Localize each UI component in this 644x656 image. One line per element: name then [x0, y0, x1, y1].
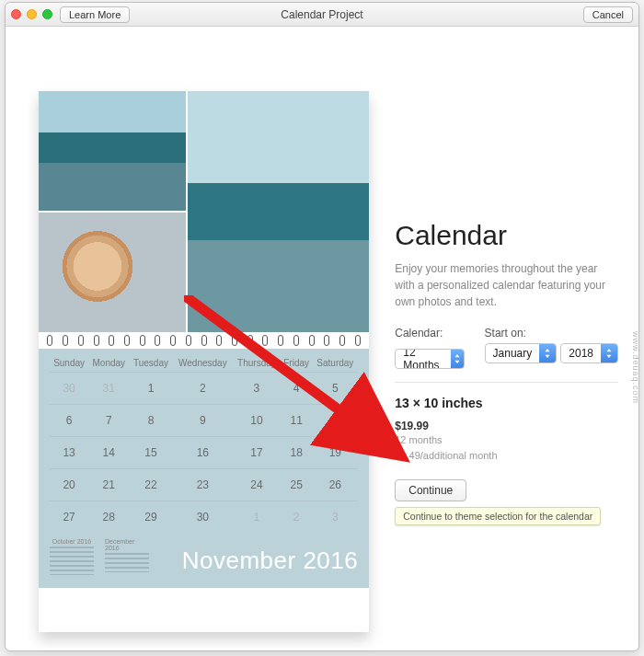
photo-slot-2 [39, 213, 186, 332]
day-cell: 23 [173, 469, 233, 501]
titlebar: Learn More Calendar Project Cancel [6, 3, 638, 27]
day-cell: 18 [281, 437, 313, 469]
window-title: Calendar Project [281, 8, 362, 21]
photo-slot-3 [188, 91, 369, 332]
calendar-preview: Sunday Monday Tuesday Wednesday Thursday… [39, 91, 369, 632]
day-cell: 4 [281, 373, 313, 405]
calendar-duration-value: 12 Months [396, 349, 450, 369]
day-cell: 12 [312, 405, 358, 437]
day-cell: 1 [129, 373, 172, 405]
day-cell: 27 [50, 501, 88, 534]
day-cell: 9 [173, 405, 233, 437]
calendar-duration-label: Calendar: [395, 327, 464, 340]
watermark: www.deuaq.com [631, 331, 640, 404]
stepper-icon [451, 350, 464, 368]
day-cell: 1 [233, 501, 281, 534]
weekday-header: Thursday [233, 354, 281, 373]
day-cell: 7 [88, 405, 129, 437]
price-detail-additional: $1.49/additional month [395, 448, 618, 464]
day-cell: 17 [233, 437, 281, 469]
day-cell: 14 [88, 437, 129, 469]
dimensions-label: 13 × 10 inches [395, 396, 618, 410]
weekday-header: Friday [281, 354, 313, 373]
start-month-value: January [486, 347, 540, 360]
day-cell: 30 [50, 373, 88, 405]
calendar-project-window: Learn More Calendar Project Cancel Sunda… [5, 2, 639, 651]
day-cell: 10 [233, 405, 281, 437]
start-year-value: 2018 [561, 347, 601, 360]
photo-slot-1 [39, 91, 186, 211]
day-cell: 3 [233, 373, 281, 405]
separator [395, 382, 618, 383]
product-description: Enjoy your memories throughout the year … [395, 260, 618, 310]
cancel-button[interactable]: Cancel [583, 6, 633, 23]
calendar-duration-option: Calendar: 12 Months [395, 327, 464, 369]
day-cell: 2 [281, 501, 313, 534]
day-cell: 15 [129, 437, 172, 469]
start-on-option: Start on: January 2018 [485, 327, 618, 369]
day-cell: 24 [233, 469, 281, 501]
calendar-options-panel: Calendar Enjoy your memories throughout … [395, 91, 618, 632]
traffic-lights [11, 9, 52, 19]
close-window-icon[interactable] [11, 9, 21, 19]
mini-prev-month: October 2016 [50, 538, 94, 575]
day-cell: 22 [129, 469, 172, 501]
day-cell: 13 [50, 437, 88, 469]
day-cell: 29 [129, 501, 172, 534]
start-month-select[interactable]: January [485, 343, 558, 363]
minimize-window-icon[interactable] [27, 9, 37, 19]
weekday-header: Wednesday [173, 354, 233, 373]
weekday-header: Monday [88, 354, 129, 373]
weekday-header: Sunday [50, 354, 88, 373]
calendar-grid: Sunday Monday Tuesday Wednesday Thursday… [39, 349, 369, 588]
mini-calendars: October 2016 December 2016 [50, 538, 149, 575]
continue-button[interactable]: Continue [395, 479, 466, 501]
day-cell: 2 [173, 373, 233, 405]
continue-tooltip: Continue to theme selection for the cale… [395, 507, 601, 525]
start-on-label: Start on: [485, 327, 618, 340]
spiral-binding [39, 332, 369, 349]
day-cell: 6 [50, 405, 88, 437]
day-cell: 5 [312, 373, 358, 405]
zoom-window-icon[interactable] [42, 9, 52, 19]
day-cell: 19 [312, 437, 358, 469]
day-cell: 31 [88, 373, 129, 405]
day-cell: 30 [173, 501, 233, 534]
day-cell: 11 [281, 405, 313, 437]
start-year-select[interactable]: 2018 [560, 343, 618, 363]
stepper-icon [539, 344, 556, 363]
photo-grid [39, 91, 369, 332]
learn-more-button[interactable]: Learn More [60, 6, 130, 23]
day-cell: 8 [129, 405, 172, 437]
day-cell: 25 [281, 469, 313, 501]
stepper-icon [601, 344, 617, 363]
month-year-label: November 2016 [182, 547, 359, 575]
day-cell: 26 [312, 469, 358, 501]
day-cell: 16 [173, 437, 233, 469]
day-cell: 28 [88, 501, 129, 534]
calendar-duration-select[interactable]: 12 Months [395, 349, 464, 369]
mini-next-month: December 2016 [105, 538, 149, 575]
weekday-header: Tuesday [129, 354, 172, 373]
product-heading: Calendar [395, 220, 618, 251]
weekday-header: Saturday [312, 354, 358, 373]
price: $19.99 [395, 420, 618, 432]
day-cell: 3 [312, 501, 358, 534]
content-area: Sunday Monday Tuesday Wednesday Thursday… [6, 27, 638, 650]
day-cell: 20 [50, 469, 88, 501]
price-detail-months: 12 months [395, 432, 618, 448]
day-cell: 21 [88, 469, 129, 501]
